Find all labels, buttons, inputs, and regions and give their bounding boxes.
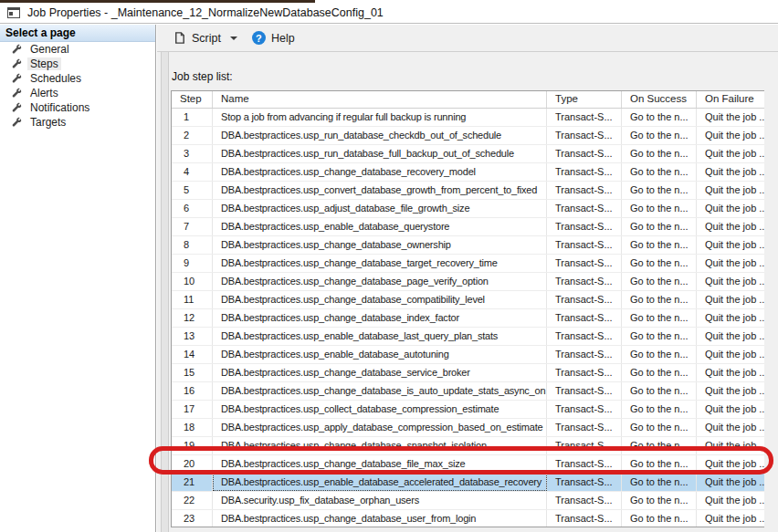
table-row[interactable]: 10DBA.bestpractices.usp_change_database_… bbox=[172, 273, 764, 291]
sidebar-item-label: General bbox=[27, 43, 72, 56]
on-failure-cell: Quit the job ... bbox=[697, 401, 764, 418]
on-failure-cell: Quit the job ... bbox=[697, 364, 764, 381]
type-cell: Transact-S... bbox=[547, 328, 622, 345]
step-cell: 18 bbox=[172, 419, 213, 436]
script-dropdown-button[interactable] bbox=[225, 34, 243, 43]
type-cell: Transact-S... bbox=[547, 145, 622, 162]
table-row[interactable]: 5DBA.bestpractices.usp_convert_database_… bbox=[172, 182, 764, 200]
help-circle-icon: ? bbox=[252, 31, 266, 45]
sidebar-item-schedules[interactable]: Schedules bbox=[0, 71, 155, 86]
wrench-icon bbox=[11, 44, 23, 56]
column-header-type[interactable]: Type bbox=[547, 91, 622, 108]
sidebar-item-steps[interactable]: Steps bbox=[0, 57, 155, 71]
table-row[interactable]: 7DBA.bestpractices.usp_enable_database_q… bbox=[172, 218, 764, 236]
on-success-cell: Go to the n... bbox=[622, 109, 697, 126]
title-bar: Job Properties - _Maintenance_12_Normali… bbox=[0, 3, 778, 24]
table-row[interactable]: 17DBA.bestpractices.usp_collect_database… bbox=[172, 401, 764, 419]
table-row[interactable]: 23DBA.bestpractices.usp_change_database_… bbox=[172, 510, 764, 527]
sidebar-item-alerts[interactable]: Alerts bbox=[0, 86, 155, 100]
step-cell: 4 bbox=[172, 163, 213, 181]
on-failure-cell: Quit the job ... bbox=[697, 455, 764, 473]
window-title: Job Properties - _Maintenance_12_Normali… bbox=[27, 6, 384, 19]
step-cell: 3 bbox=[172, 145, 213, 162]
on-success-cell: Go to the n... bbox=[622, 182, 697, 199]
name-cell: DBA.bestpractices.usp_change_database_ta… bbox=[213, 255, 547, 272]
name-cell: DBA.bestpractices.usp_change_database_sn… bbox=[213, 437, 547, 454]
on-failure-cell: Quit the job ... bbox=[697, 182, 764, 199]
on-success-cell: Go to the n... bbox=[622, 163, 697, 181]
type-cell: Transact-S... bbox=[547, 492, 622, 509]
table-row[interactable]: 13DBA.bestpractices.usp_enable_database_… bbox=[172, 328, 764, 346]
column-header-step[interactable]: Step bbox=[172, 91, 213, 108]
sidebar-item-notifications[interactable]: Notifications bbox=[0, 100, 155, 115]
on-failure-cell: Quit the job ... bbox=[697, 145, 764, 162]
wrench-icon bbox=[11, 117, 23, 129]
on-success-cell: Go to the n... bbox=[622, 474, 697, 491]
step-cell: 23 bbox=[172, 510, 213, 527]
table-row[interactable]: 22DBA.security.usp_fix_database_orphan_u… bbox=[172, 492, 764, 510]
panel-scrollbar[interactable] bbox=[161, 52, 169, 532]
table-row[interactable]: 9DBA.bestpractices.usp_change_database_t… bbox=[172, 255, 764, 273]
type-cell: Transact-S... bbox=[547, 510, 622, 527]
on-failure-cell: Quit the job ... bbox=[697, 346, 764, 363]
help-button[interactable]: ? Help bbox=[248, 28, 299, 47]
name-cell: DBA.bestpractices.usp_change_database_re… bbox=[213, 163, 547, 181]
table-row[interactable]: 2DBA.bestpractices.usp_run_database_chec… bbox=[172, 127, 764, 145]
name-cell: DBA.bestpractices.usp_change_database_us… bbox=[213, 510, 547, 527]
sidebar-item-label: Alerts bbox=[27, 87, 61, 99]
type-cell: Transact-S... bbox=[547, 401, 622, 418]
table-row[interactable]: 20DBA.bestpractices.usp_change_database_… bbox=[172, 455, 764, 474]
table-row[interactable]: 8DBA.bestpractices.usp_change_database_o… bbox=[172, 236, 764, 255]
script-button[interactable]: Script bbox=[169, 28, 225, 47]
wrench-icon bbox=[11, 73, 23, 85]
table-header-row: StepNameTypeOn SuccessOn Failure bbox=[172, 91, 764, 109]
table-row[interactable]: 1Stop a job from advancing if regular fu… bbox=[172, 109, 764, 127]
name-cell: Stop a job from advancing if regular ful… bbox=[213, 109, 547, 126]
sidebar: Select a page GeneralStepsSchedulesAlert… bbox=[0, 25, 156, 532]
step-cell: 13 bbox=[172, 328, 213, 345]
name-cell: DBA.bestpractices.usp_change_database_co… bbox=[213, 291, 547, 308]
type-cell: Transact-S... bbox=[547, 127, 622, 144]
table-row[interactable]: 16DBA.bestpractices.usp_change_database_… bbox=[172, 382, 764, 401]
sidebar-item-label: Notifications bbox=[27, 101, 92, 114]
table-row[interactable]: 4DBA.bestpractices.usp_change_database_r… bbox=[172, 163, 764, 182]
step-cell: 8 bbox=[172, 236, 213, 254]
type-cell: Transact-S... bbox=[547, 291, 622, 308]
type-cell: Transact-S... bbox=[547, 218, 622, 235]
step-cell: 10 bbox=[172, 273, 213, 290]
type-cell: Transact-S... bbox=[547, 255, 622, 272]
step-cell: 22 bbox=[172, 492, 213, 509]
table-row[interactable]: 18DBA.bestpractices.usp_apply_database_c… bbox=[172, 419, 764, 437]
name-cell: DBA.bestpractices.usp_adjust_database_fi… bbox=[213, 200, 547, 217]
job-step-list-label: Job step list: bbox=[172, 70, 233, 83]
on-success-cell: Go to the n... bbox=[622, 510, 697, 527]
table-row-selected[interactable]: 21DBA.bestpractices.usp_enable_database_… bbox=[172, 474, 764, 492]
type-cell: Transact-S... bbox=[547, 419, 622, 436]
column-header-name[interactable]: Name bbox=[213, 91, 547, 108]
name-cell: DBA.bestpractices.usp_run_database_check… bbox=[213, 127, 547, 144]
on-failure-cell: Quit the job ... bbox=[697, 328, 764, 345]
column-header-on-failure[interactable]: On Failure bbox=[697, 91, 764, 108]
name-cell: DBA.bestpractices.usp_collect_database_c… bbox=[213, 401, 547, 418]
sidebar-item-targets[interactable]: Targets bbox=[0, 115, 155, 130]
step-cell: 15 bbox=[172, 364, 213, 381]
table-row[interactable]: 19DBA.bestpractices.usp_change_database_… bbox=[172, 437, 764, 455]
on-success-cell: Go to the n... bbox=[622, 492, 697, 509]
on-failure-cell: Quit the job ... bbox=[697, 236, 764, 254]
step-cell: 12 bbox=[172, 309, 213, 327]
step-cell: 1 bbox=[172, 109, 213, 126]
wrench-icon bbox=[11, 102, 23, 114]
sidebar-item-general[interactable]: General bbox=[0, 42, 155, 57]
table-row[interactable]: 12DBA.bestpractices.usp_change_database_… bbox=[172, 309, 764, 328]
table-row[interactable]: 3DBA.bestpractices.usp_run_database_full… bbox=[172, 145, 764, 163]
table-row[interactable]: 15DBA.bestpractices.usp_change_database_… bbox=[172, 364, 764, 382]
column-header-on-success[interactable]: On Success bbox=[622, 91, 697, 108]
table-row[interactable]: 6DBA.bestpractices.usp_adjust_database_f… bbox=[172, 200, 764, 218]
type-cell: Transact-S... bbox=[547, 346, 622, 363]
table-row[interactable]: 14DBA.bestpractices.usp_enable_database_… bbox=[172, 346, 764, 364]
table-row[interactable]: 11DBA.bestpractices.usp_change_database_… bbox=[172, 291, 764, 309]
script-document-icon bbox=[173, 31, 186, 45]
name-cell: DBA.bestpractices.usp_apply_database_com… bbox=[213, 419, 547, 436]
on-success-cell: Go to the n... bbox=[622, 346, 697, 363]
type-cell: Transact-S... bbox=[547, 474, 622, 491]
